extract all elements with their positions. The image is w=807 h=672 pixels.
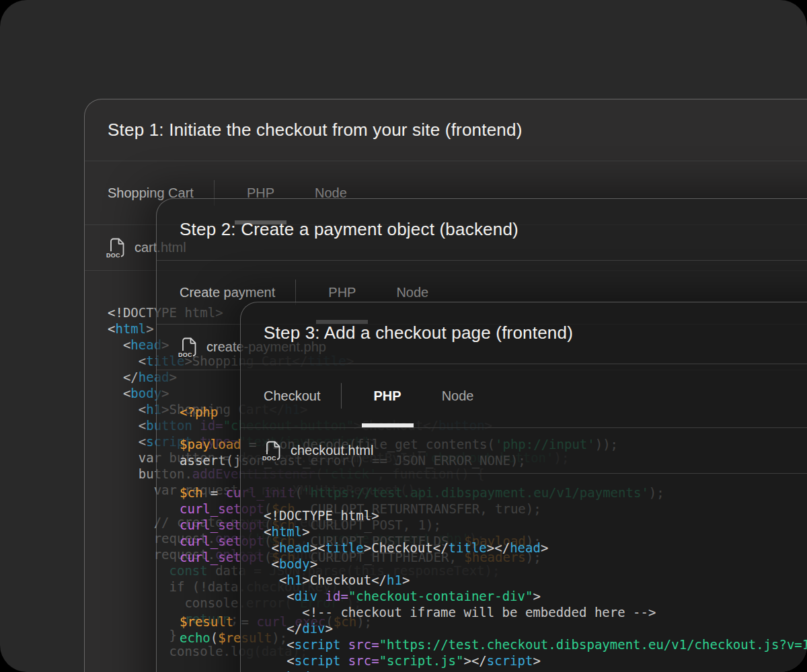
tab-divider [341,383,342,409]
code-line: <!DOCTYPE html> [264,507,807,523]
code-line: </div> [264,620,807,636]
code-line: <body> [264,556,807,572]
step3-tab-php[interactable]: PHP [373,364,403,427]
step3-tab-node[interactable]: Node [440,364,475,427]
doc-file-icon: DOC [108,238,124,258]
code-line: <script src="https://test.checkout.dibsp… [264,636,807,653]
step2-title: Step 2: Create a payment object (backend… [157,199,807,261]
step3-filename: checkout.html [291,443,373,458]
code-line: <!-- checkout iframe will be embedded he… [264,604,807,620]
step3-card: Step 3: Add a checkout page (frontend) C… [240,302,807,672]
step3-code-block: <!DOCTYPE html><html> <head><title>Check… [241,474,807,672]
code-line: <div id="checkout-container-div"> [264,588,807,604]
step1-title: Step 1: Initiate the checkout from your … [85,99,807,161]
code-line: </body> [264,669,807,672]
code-line: <html> [264,523,807,540]
doc-icon-label: DOC [106,251,121,259]
step3-file-row: DOC checkout.html [241,428,807,474]
step3-tab-checkout[interactable]: Checkout [264,364,321,427]
doc-icon-label: DOC [262,454,277,462]
code-line: <script src="script.js"></script> [264,653,807,669]
code-line: <h1>Checkout</h1> [264,572,807,588]
doc-file-icon: DOC [180,337,196,358]
doc-icon-label: DOC [178,351,193,358]
integration-steps-panel: Step 1: Initiate the checkout from your … [0,0,807,672]
step3-tab-bar: Checkout PHP Node [241,364,807,428]
code-line: <head><title>Checkout</title></head> [264,540,807,556]
doc-file-icon: DOC [264,441,280,461]
step3-title: Step 3: Add a checkout page (frontend) [241,302,807,364]
